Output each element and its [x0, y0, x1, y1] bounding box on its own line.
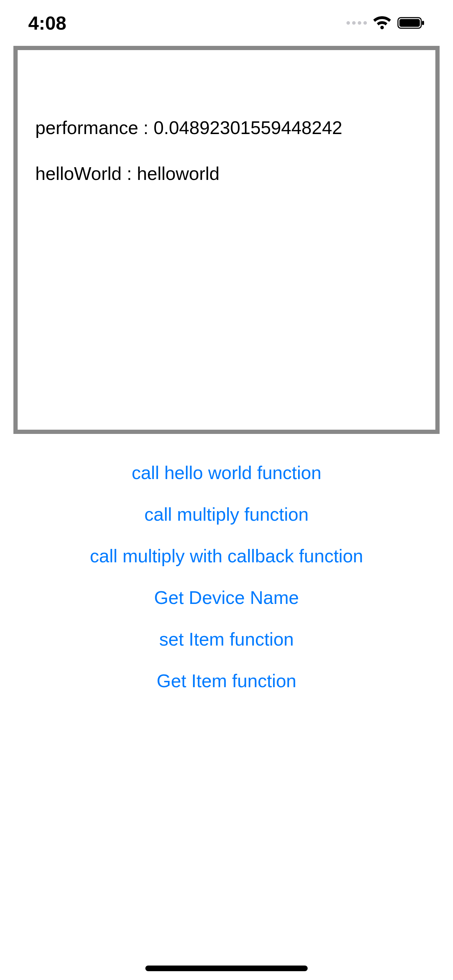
status-time: 4:08 [28, 12, 66, 34]
status-bar: 4:08 [0, 0, 453, 42]
status-indicators [347, 16, 425, 30]
call-hello-world-button[interactable]: call hello world function [132, 462, 321, 483]
call-multiply-callback-button[interactable]: call multiply with callback function [90, 546, 363, 566]
svg-rect-3 [422, 21, 424, 25]
battery-icon [397, 16, 425, 30]
buttons-container: call hello world function call multiply … [0, 462, 453, 691]
helloworld-output: helloWorld : helloworld [35, 163, 421, 184]
get-device-name-button[interactable]: Get Device Name [154, 587, 299, 608]
get-item-button[interactable]: Get Item function [157, 670, 296, 691]
performance-output: performance : 0.04892301559448242 [35, 117, 421, 138]
set-item-button[interactable]: set Item function [159, 628, 294, 650]
cellular-signal-icon [347, 21, 367, 25]
output-panel: performance : 0.04892301559448242 helloW… [13, 46, 440, 434]
svg-rect-2 [399, 19, 420, 27]
call-multiply-button[interactable]: call multiply function [144, 504, 308, 525]
home-indicator[interactable] [145, 966, 308, 971]
wifi-icon [373, 16, 391, 30]
svg-point-0 [380, 26, 384, 29]
